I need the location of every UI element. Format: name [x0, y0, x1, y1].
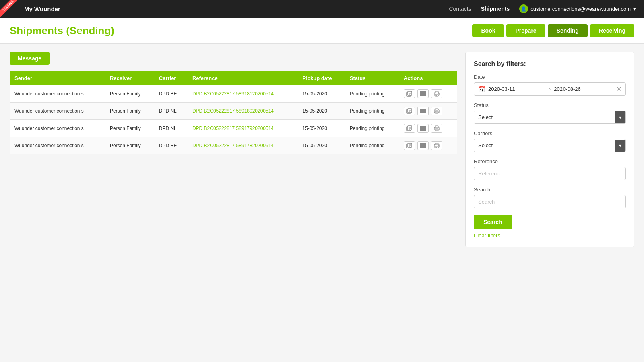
carriers-dropdown-icon[interactable]: ▾ [615, 140, 625, 152]
svg-rect-44 [425, 126, 426, 131]
svg-point-67 [438, 145, 439, 146]
cell-actions [399, 120, 457, 137]
svg-rect-39 [420, 126, 421, 131]
reference-link[interactable]: DPD B2C05222817 58917920200514 [192, 125, 274, 131]
search-input[interactable] [474, 195, 626, 208]
filter-title: Search by filters: [474, 60, 626, 68]
sidebar-filters: Search by filters: Date 📅 › ✕ Status Sel… [465, 52, 634, 247]
cell-actions [399, 103, 457, 120]
status-filter-group: Status Select ▾ [474, 102, 626, 124]
nav-links: Contacts Shipments 👤 customerconnections… [449, 4, 636, 13]
svg-rect-24 [422, 109, 423, 113]
action-barcode-icon[interactable] [417, 107, 429, 115]
cell-receiver: Person Family [105, 85, 154, 103]
action-barcode-icon[interactable] [417, 89, 429, 98]
sending-button[interactable]: Sending [548, 24, 588, 37]
user-dropdown-icon[interactable]: ▾ [633, 6, 636, 12]
svg-rect-27 [425, 109, 426, 113]
col-status: Status [345, 71, 399, 85]
cell-receiver: Person Family [105, 120, 154, 137]
date-clear-icon[interactable]: ✕ [616, 85, 621, 93]
svg-rect-42 [423, 126, 424, 131]
action-barcode-icon[interactable] [417, 124, 429, 133]
staging-badge: STAGING [0, 0, 20, 20]
main-content: Message Sender Receiver Carrier Referenc… [0, 44, 644, 255]
date-arrow-icon: › [549, 86, 551, 92]
status-select-wrap: Select ▾ [474, 111, 626, 124]
cell-pickup-date: 15-05-2020 [298, 103, 345, 120]
date-from-input[interactable] [488, 86, 546, 92]
reference-input[interactable] [474, 167, 626, 180]
cell-pickup-date: 15-05-2020 [298, 120, 345, 137]
cell-reference[interactable]: DPD B2C05222817 58918120200514 [188, 85, 298, 103]
reference-link[interactable]: DPD B2C05222817 58918020200514 [192, 108, 274, 114]
svg-rect-25 [423, 109, 424, 113]
action-print-icon[interactable] [431, 141, 442, 150]
reference-filter-group: Reference [474, 158, 626, 180]
svg-rect-23 [421, 109, 422, 113]
date-filter-group: Date 📅 › ✕ [474, 74, 626, 96]
svg-rect-30 [435, 111, 438, 113]
nav-user: 👤 customerconnections@wearewuunder.com ▾ [519, 4, 636, 13]
cell-carrier: DPD NL [154, 103, 188, 120]
cell-reference[interactable]: DPD B2C05222817 58917920200514 [188, 120, 298, 137]
cell-actions [399, 137, 457, 154]
action-barcode-icon[interactable] [417, 141, 429, 150]
nav-shipments[interactable]: Shipments [481, 6, 510, 12]
search-button[interactable]: Search [474, 215, 512, 229]
action-copy-icon[interactable] [404, 124, 415, 133]
carriers-select[interactable]: Select [474, 139, 615, 152]
col-receiver: Receiver [105, 71, 154, 85]
reference-link[interactable]: DPD B2C05222817 58918120200514 [192, 91, 274, 97]
receiving-button[interactable]: Receiving [590, 24, 634, 37]
svg-rect-61 [425, 143, 426, 148]
cell-sender: Wuunder customer connection s [10, 85, 105, 103]
status-dropdown-icon[interactable]: ▾ [615, 111, 625, 123]
app-logo[interactable]: My Wuunder [24, 6, 60, 12]
cell-receiver: Person Family [105, 137, 154, 154]
user-email: customerconnections@wearewuunder.com [530, 6, 631, 12]
svg-point-50 [438, 128, 439, 129]
carriers-select-wrap: Select ▾ [474, 139, 626, 152]
svg-rect-13 [435, 94, 438, 96]
col-actions: Actions [399, 71, 457, 85]
top-navigation: STAGING My Wuunder Contacts Shipments 👤 … [0, 0, 644, 18]
clear-filters-link[interactable]: Clear filters [474, 232, 626, 239]
reference-label: Reference [474, 158, 626, 165]
prepare-button[interactable]: Prepare [506, 24, 545, 37]
search-label: Search [474, 187, 626, 193]
cell-receiver: Person Family [105, 103, 154, 120]
reference-link[interactable]: DPD B2C05222817 58917820200514 [192, 143, 274, 148]
user-avatar-icon: 👤 [519, 4, 528, 13]
action-copy-icon[interactable] [404, 89, 415, 98]
table-row: Wuunder customer connection s Person Fam… [10, 103, 457, 120]
header-buttons: Book Prepare Sending Receiving [472, 24, 634, 37]
cell-pickup-date: 15-05-2020 [298, 85, 345, 103]
svg-rect-26 [424, 109, 425, 113]
cell-reference[interactable]: DPD B2C05222817 58918020200514 [188, 103, 298, 120]
svg-point-33 [438, 111, 439, 111]
action-print-icon[interactable] [431, 124, 442, 133]
table-header: Sender Receiver Carrier Reference Pickup… [10, 71, 457, 85]
action-print-icon[interactable] [431, 89, 442, 98]
cell-pickup-date: 15-05-2020 [298, 137, 345, 154]
book-button[interactable]: Book [472, 24, 504, 37]
svg-rect-43 [424, 126, 425, 131]
cell-status: Pending printing [345, 120, 399, 137]
action-copy-icon[interactable] [404, 107, 415, 115]
svg-rect-60 [424, 143, 425, 148]
status-select[interactable]: Select [474, 111, 615, 123]
cell-reference[interactable]: DPD B2C05222817 58917820200514 [188, 137, 298, 154]
cell-carrier: DPD NL [154, 120, 188, 137]
table-row: Wuunder customer connection s Person Fam… [10, 137, 457, 154]
cell-status: Pending printing [345, 85, 399, 103]
action-copy-icon[interactable] [404, 141, 415, 150]
table-body: Wuunder customer connection s Person Fam… [10, 85, 457, 154]
cell-carrier: DPD BE [154, 137, 188, 154]
date-to-input[interactable] [554, 86, 611, 92]
nav-contacts[interactable]: Contacts [449, 6, 471, 12]
col-carrier: Carrier [154, 71, 188, 85]
cell-status: Pending printing [345, 137, 399, 154]
action-print-icon[interactable] [431, 107, 442, 115]
message-button[interactable]: Message [10, 52, 50, 65]
